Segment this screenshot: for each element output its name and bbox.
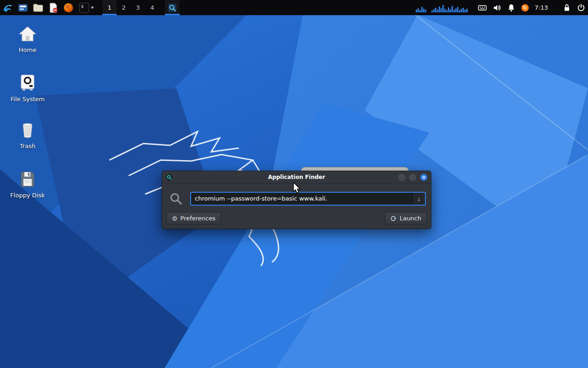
workspace-3[interactable]: 3	[131, 0, 145, 15]
workspace-1[interactable]: 1	[102, 0, 117, 15]
window-title: Application Finder	[162, 174, 431, 180]
desktop-icon-label: File System	[11, 96, 45, 103]
preferences-button-label: Preferences	[181, 215, 215, 222]
text-editor-icon[interactable]	[45, 0, 61, 15]
file-system-icon	[18, 74, 37, 92]
desktop-icon-label: Floppy Disk	[10, 192, 45, 199]
desktop-icon-file-system[interactable]: File System	[6, 74, 50, 103]
workspace-switcher: 1 2 3 4	[102, 0, 159, 15]
trash-icon	[18, 122, 37, 138]
clock[interactable]: 7:13	[535, 4, 548, 11]
command-combo: ↓	[190, 192, 426, 206]
desktop: $ ▼ 1 2 3 4	[0, 0, 588, 368]
file-manager-icon[interactable]	[15, 0, 30, 15]
close-button[interactable]: ×	[420, 174, 427, 181]
maximize-button[interactable]	[409, 174, 416, 181]
combo-dropdown-button[interactable]: ↓	[413, 193, 425, 205]
desktop-icon-trash[interactable]: Trash	[6, 122, 50, 150]
workspace-4[interactable]: 4	[145, 0, 159, 15]
volume-icon[interactable]	[493, 4, 501, 12]
command-input[interactable]	[191, 193, 413, 205]
launch-icon	[390, 215, 397, 222]
workspace-2[interactable]: 2	[117, 0, 131, 15]
terminal-dropdown-icon[interactable]: ▼	[91, 6, 93, 10]
floppy-disk-icon	[18, 171, 37, 188]
taskbar-application-finder[interactable]	[165, 0, 180, 15]
folder-icon[interactable]	[30, 0, 45, 15]
keyboard-icon[interactable]	[478, 4, 487, 12]
kali-menu-icon[interactable]	[0, 0, 15, 15]
launch-button[interactable]: Launch	[385, 212, 427, 224]
firefox-icon[interactable]	[61, 0, 76, 15]
updates-icon[interactable]: ↻	[521, 4, 529, 12]
desktop-icon-home[interactable]: Home	[6, 26, 50, 53]
gear-icon: ⚙	[172, 215, 178, 222]
mouse-cursor	[293, 182, 301, 194]
desktop-icon-floppy-disk[interactable]: Floppy Disk	[6, 171, 50, 199]
app-finder-icon	[168, 3, 177, 12]
desktop-icon-label: Home	[19, 46, 36, 53]
application-finder-window: Application Finder × ↓ ⚙ Preferences	[162, 171, 431, 229]
cpu-graph-icon[interactable]	[416, 2, 472, 13]
close-icon: ×	[422, 175, 426, 180]
lock-icon[interactable]	[563, 3, 571, 12]
terminal-icon[interactable]: $ ▼	[76, 0, 97, 15]
desktop-icon-label: Trash	[20, 143, 35, 150]
top-panel: $ ▼ 1 2 3 4	[0, 0, 588, 15]
minimize-button[interactable]	[398, 174, 405, 181]
search-icon	[170, 192, 182, 205]
notifications-bell-icon[interactable]	[507, 4, 515, 12]
preferences-button[interactable]: ⚙ Preferences	[166, 212, 221, 224]
terminal-prompt-glyph: $	[81, 4, 84, 9]
power-icon[interactable]	[577, 3, 585, 12]
combo-arrow-icon: ↓	[418, 195, 421, 202]
home-icon	[18, 26, 37, 42]
launch-button-label: Launch	[400, 215, 421, 222]
